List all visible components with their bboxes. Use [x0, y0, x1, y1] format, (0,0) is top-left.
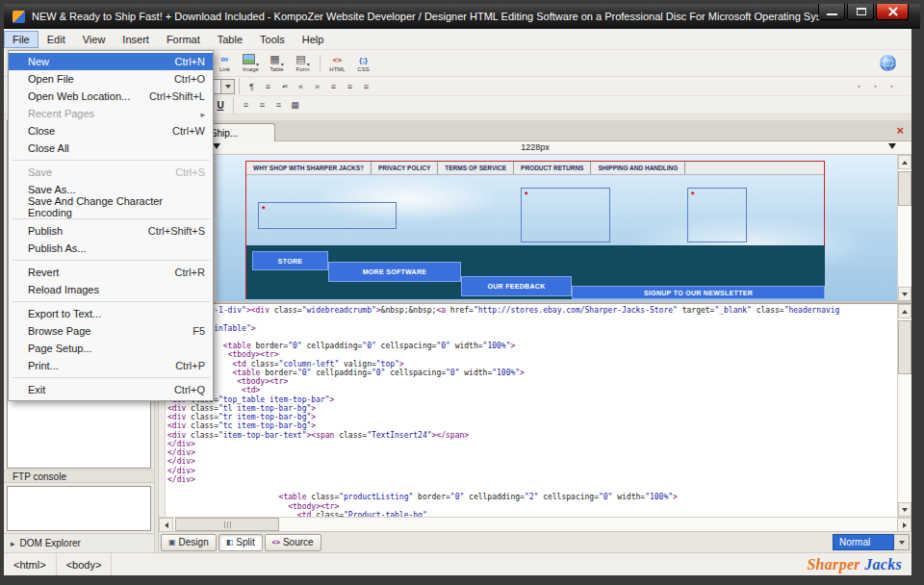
- code-line[interactable]: <div class="tc item-top-bar-bg">: [167, 421, 897, 430]
- code-line[interactable]: <table class="productListing" border="0"…: [167, 493, 897, 501]
- ruler-marker-icon[interactable]: [213, 143, 220, 149]
- scrollbar-thumb[interactable]: [898, 171, 911, 206]
- code-line[interactable]: </div>: [167, 475, 897, 484]
- dom-explorer-header[interactable]: DOM Explorer: [4, 533, 154, 552]
- preview-nav-link[interactable]: WHY SHOP WITH SHARPER JACKS?: [246, 162, 372, 174]
- code-line[interactable]: <tbody><tr>: [167, 502, 897, 511]
- align-middle-icon[interactable]: [255, 98, 270, 113]
- ftp-console-header[interactable]: FTP console: [4, 470, 154, 483]
- file-menu-item-open-web-location[interactable]: Open Web Location...Ctrl+Shift+L: [9, 88, 213, 105]
- menubar-item-edit[interactable]: Edit: [38, 31, 74, 48]
- ftp-console-panel[interactable]: [7, 486, 151, 531]
- preview-nav-link[interactable]: PRIVACY POLICY: [372, 162, 438, 174]
- status-breadcrumb[interactable]: <html>: [4, 553, 57, 575]
- preview-form-box[interactable]: *: [521, 188, 610, 242]
- align-bottom-icon[interactable]: [271, 98, 286, 113]
- menubar-item-help[interactable]: Help: [294, 31, 333, 48]
- close-button[interactable]: [876, 4, 909, 20]
- globe-icon[interactable]: [880, 55, 896, 71]
- horizontal-scrollbar[interactable]: [159, 517, 911, 531]
- file-menu-item-new[interactable]: NewCtrl+N: [9, 53, 213, 70]
- view-tab-source[interactable]: Source: [265, 534, 321, 551]
- code-line[interactable]: <td class="column-left" valign="top">: [167, 360, 897, 369]
- file-menu-item-close[interactable]: CloseCtrl+W: [9, 122, 213, 140]
- scroll-up-icon[interactable]: [898, 304, 911, 318]
- file-menu-item-open-file[interactable]: Open FileCtrl+O: [9, 70, 213, 88]
- file-menu-item-save-and-change-character-encoding[interactable]: Save And Change Character Encoding: [9, 198, 213, 216]
- scrollbar-track[interactable]: [898, 169, 911, 287]
- toolbar-button-css[interactable]: CSS: [351, 53, 375, 73]
- preview-button-signup-to-our-newsletter[interactable]: SIGNUP TO OUR NEWSLETTER: [572, 286, 825, 299]
- outdent-icon[interactable]: [294, 79, 308, 93]
- view-tab-split[interactable]: Split: [218, 534, 263, 551]
- ruler-marker-icon[interactable]: [888, 143, 896, 149]
- preview-button-our-feedback[interactable]: OUR FEEDBACK: [461, 276, 572, 296]
- code-line[interactable]: <tbody><tr>: [167, 377, 897, 386]
- code-line[interactable]: <table border="0" cellpadding="0" cellsp…: [167, 369, 897, 377]
- toolbar-button-table[interactable]: Table: [265, 53, 289, 73]
- scroll-down-icon[interactable]: [898, 502, 911, 517]
- code-line[interactable]: </div>: [167, 440, 897, 448]
- toolbar-button-image[interactable]: Image: [239, 53, 263, 73]
- align-top-icon[interactable]: [239, 98, 253, 113]
- file-menu-item-recent-pages[interactable]: Recent Pages: [9, 105, 213, 122]
- code-line[interactable]: <table border="0" cellpadding="0" cellsp…: [167, 342, 897, 350]
- menubar-item-view[interactable]: View: [74, 31, 115, 48]
- preview-button-more-software[interactable]: MORE SOFTWARE: [328, 262, 461, 282]
- align-right-icon[interactable]: [359, 79, 373, 93]
- numbered-list-icon[interactable]: [261, 79, 275, 93]
- design-vertical-scrollbar[interactable]: [897, 155, 911, 301]
- scrollbar-thumb[interactable]: [175, 518, 279, 531]
- align-left-icon[interactable]: [326, 79, 341, 93]
- source-vertical-scrollbar[interactable]: [897, 304, 911, 517]
- toolbar-button-html[interactable]: HTML: [325, 53, 349, 73]
- code-line[interactable]: <div class="top_table item-top-bar">: [167, 395, 897, 404]
- code-line[interactable]: "ProductMainTable">: [167, 324, 897, 333]
- underline-button[interactable]: U: [212, 98, 229, 113]
- code-line[interactable]: <tbody><tr>: [167, 350, 897, 359]
- status-breadcrumb[interactable]: <body>: [57, 553, 113, 575]
- menubar-item-format[interactable]: Format: [158, 31, 209, 48]
- close-tab-icon[interactable]: [896, 122, 904, 139]
- code-line[interactable]: </div>: [167, 457, 897, 466]
- scroll-down-icon[interactable]: [898, 287, 911, 301]
- file-menu-item-page-setup[interactable]: Page Setup...: [9, 340, 213, 357]
- align-center-icon[interactable]: [343, 79, 357, 93]
- paragraph-icon[interactable]: [244, 79, 259, 93]
- grid-icon[interactable]: [288, 98, 302, 113]
- preview-nav-link[interactable]: PRODUCT RETURNS: [514, 162, 591, 174]
- code-line[interactable]: [167, 484, 897, 493]
- file-menu-item-publish-as[interactable]: Publish As...: [9, 240, 213, 257]
- misc-1-icon[interactable]: [852, 79, 866, 93]
- file-menu-item-revert[interactable]: RevertCtrl+R: [9, 264, 213, 281]
- menubar-item-insert[interactable]: Insert: [114, 31, 158, 48]
- code-line[interactable]: </div>: [167, 448, 897, 457]
- file-menu-item-print[interactable]: Print...Ctrl+P: [9, 357, 213, 374]
- menubar-item-file[interactable]: File: [4, 31, 38, 48]
- file-menu-item-browse-page[interactable]: Browse PageF5: [9, 322, 213, 340]
- preview-form-box[interactable]: *: [258, 202, 397, 229]
- scrollbar-track[interactable]: [898, 318, 911, 502]
- code-line[interactable]: <div class="tr item-top-bar-bg">: [167, 413, 897, 421]
- file-menu-item-publish[interactable]: PublishCtrl+Shift+S: [9, 222, 213, 240]
- scroll-left-icon[interactable]: [159, 518, 173, 532]
- toolbar-button-link[interactable]: Link: [213, 53, 237, 73]
- menubar-item-table[interactable]: Table: [209, 31, 251, 48]
- file-menu-item-save[interactable]: SaveCtrl+S: [9, 164, 213, 181]
- misc-2-icon[interactable]: [868, 79, 883, 93]
- scroll-right-icon[interactable]: [897, 518, 911, 532]
- file-menu-item-exit[interactable]: ExitCtrl+Q: [9, 381, 213, 398]
- scrollbar-thumb[interactable]: [898, 320, 911, 374]
- indent-icon[interactable]: [310, 79, 324, 93]
- bullet-list-icon[interactable]: [277, 79, 292, 93]
- preview-form-box[interactable]: *: [687, 188, 747, 242]
- code-line[interactable]: [167, 315, 897, 323]
- minimize-button[interactable]: [818, 4, 845, 20]
- menubar-item-tools[interactable]: Tools: [251, 31, 294, 48]
- preview-nav-link[interactable]: SHIPPING AND HANDLING: [591, 162, 685, 174]
- source-code-view[interactable]: class="row-1-div"><div class="widebreadc…: [166, 304, 897, 517]
- file-menu-item-export-to-text[interactable]: Export to Text...: [9, 305, 213, 322]
- code-line[interactable]: [167, 333, 897, 342]
- design-canvas[interactable]: WHY SHOP WITH SHARPER JACKS?PRIVACY POLI…: [159, 155, 897, 301]
- maximize-button[interactable]: [847, 4, 874, 20]
